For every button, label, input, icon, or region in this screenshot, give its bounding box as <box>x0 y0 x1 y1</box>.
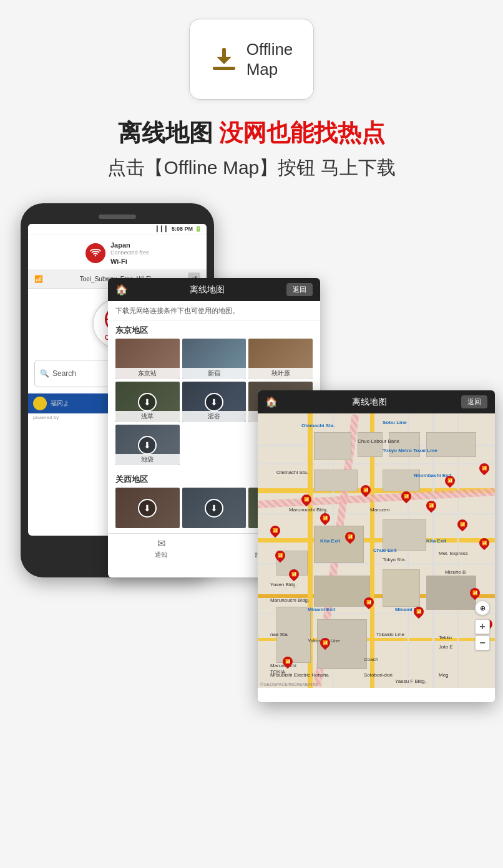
battery-icon: 🔋 <box>195 226 202 232</box>
nav-notify[interactable]: ✉ 通知 <box>108 534 214 563</box>
map-view[interactable]: Otemachi Sta. Sobu Line Chuo Labour Bank… <box>258 413 495 688</box>
map-thumb-ikebukuro[interactable]: ⬇ 池袋 <box>115 425 180 465</box>
headline: 离线地图 没网也能找热点 <box>118 117 386 149</box>
offline-screen2: 🏠 离线地图 返回 <box>258 390 495 702</box>
map-label-yusen: Yusen Bldg. <box>270 582 297 587</box>
back-button2[interactable]: 返回 <box>461 395 487 408</box>
map-label-nae-sta: nae Sta. <box>270 632 289 637</box>
map-thumb-kansai1[interactable]: ⬇ <box>115 488 180 528</box>
map-label-tokyo-sta: Tokyo Sta. <box>383 557 406 562</box>
offline-topbar1: 🏠 离线地图 返回 <box>108 278 320 301</box>
download-icon: ⬇ <box>205 393 223 412</box>
home-icon[interactable]: 🏠 <box>115 284 128 296</box>
map-label-meg: Meg <box>439 672 449 678</box>
map-label-sotobori: Sotobori-dori <box>364 672 393 678</box>
wifi-pin-16 <box>364 597 374 610</box>
map-label-joto: Joto E <box>439 644 453 650</box>
map-label-maruzen: Maruzen <box>370 507 389 513</box>
offline-description: 下载无网络连接条件下也可使用的地图。 <box>108 301 320 321</box>
download-icon: ⬇ <box>138 436 157 455</box>
place-label: 秋叶原 <box>248 368 313 379</box>
download-icon: ⬇ <box>205 499 223 518</box>
map-label-minami-exit: Minami Exit <box>308 607 335 612</box>
wifi-pin-17 <box>414 607 424 619</box>
map-copyright: ©GEOSPACE/INCREMENT P <box>260 682 319 687</box>
region1-label: 东京地区 <box>108 321 320 339</box>
search-button[interactable]: 🔍 Search <box>34 360 114 387</box>
wifi-pin-18 <box>320 638 330 650</box>
wifi-pin-8 <box>401 491 411 504</box>
map-label-marunouchi2: Marunouchi Bldg. <box>270 597 309 603</box>
offline-title2: 离线地图 <box>352 397 387 408</box>
zoom-in-button[interactable]: + <box>475 619 490 634</box>
wifi-pin-10 <box>445 476 455 488</box>
app-icon-text: Offline Map <box>247 39 293 80</box>
wifi-pin-12 <box>457 519 467 532</box>
download-icon: ⬇ <box>138 393 157 412</box>
banner-text: 福冈よ <box>51 399 69 408</box>
app-header-text: Japan Connected-free Wi-Fi <box>110 241 149 266</box>
map-thumb-tokyo-station[interactable]: 东京站 <box>115 339 180 379</box>
map-label-tokia: TOKIA <box>270 669 285 675</box>
signal-icon: ▎▎▎ <box>157 226 170 232</box>
download-icon <box>210 46 238 73</box>
map-label-otemachi: Otemachi Sta. <box>301 423 335 428</box>
place-label: 浅草 <box>115 411 180 422</box>
search-icon: 🔍 <box>40 369 49 378</box>
search-label: Search <box>52 369 76 378</box>
download-overlay: ⬇ <box>182 488 247 528</box>
map-thumb-shinjuku[interactable]: 新宿 <box>182 339 247 379</box>
wifi-logo <box>85 243 105 263</box>
map-label-chuo-exit: Chuo Exit <box>373 547 396 553</box>
place-label: 池袋 <box>115 454 180 465</box>
compass-button[interactable]: ⊕ <box>475 600 490 615</box>
place-label: 涩谷 <box>182 411 247 422</box>
map-label-coach: Coach <box>364 657 378 662</box>
banner-ball <box>33 397 47 410</box>
zoom-out-button[interactable]: − <box>475 635 490 650</box>
wifi-pin-4 <box>320 513 330 526</box>
map-label-kita-exit: Kita Exit <box>320 538 340 544</box>
back-button1[interactable]: 返回 <box>286 283 313 296</box>
wifi-pin-5 <box>345 532 355 544</box>
place-label: 新宿 <box>182 368 247 379</box>
svg-rect-0 <box>213 67 235 70</box>
download-icon: ⬇ <box>138 499 157 518</box>
phone-speaker <box>99 215 136 219</box>
time-display: 5:08 PM <box>172 226 193 232</box>
wifi-pin-6 <box>301 494 311 507</box>
status-bar: ▎▎▎ 5:08 PM 🔋 <box>28 224 207 234</box>
wifi-pin-9 <box>426 501 436 513</box>
map-label-marunouchi: Marunouchi Bldg. <box>289 507 328 513</box>
svg-marker-2 <box>217 57 232 64</box>
map-label-chuo-labour: Chuo Labour Bank <box>358 438 399 444</box>
map-label-mizuho: Mizuho B <box>445 569 466 575</box>
wifi-pin-7 <box>361 485 371 498</box>
map-thumb-shibuya[interactable]: ⬇ 涩谷 <box>182 382 247 422</box>
map-label-kita-exit2: Kita Exit <box>426 538 446 544</box>
map-label-sobu: Sobu Line <box>383 420 407 425</box>
map-thumb-akihabara[interactable]: 秋叶原 <box>248 339 313 379</box>
wifi-pin-1 <box>275 551 285 563</box>
notify-label: 通知 <box>155 551 167 559</box>
map-thumb-kansai2[interactable]: ⬇ <box>182 488 247 528</box>
phone-mockup-section: ▎▎▎ 5:08 PM 🔋 Japan Connect <box>21 203 482 752</box>
app-header: Japan Connected-free Wi-Fi <box>28 234 207 269</box>
download-overlay: ⬇ <box>115 488 180 528</box>
status-icons: ▎▎▎ 5:08 PM 🔋 <box>157 226 202 232</box>
map-zoom-controls: ⊕ + − <box>475 600 490 650</box>
subheadline: 点击【Offline Map】按钮 马上下载 <box>107 155 395 181</box>
wifi-pin-14 <box>470 588 480 600</box>
map-label-tokaido: Tokaido Line <box>376 632 404 637</box>
map-label-otemachi-sta: Otemachi Sta. <box>276 470 308 475</box>
offline-topbar2: 🏠 离线地图 返回 <box>258 390 495 413</box>
wifi-pin-2 <box>289 569 299 582</box>
home-icon2[interactable]: 🏠 <box>265 396 278 408</box>
notify-icon: ✉ <box>157 538 165 549</box>
map-label-yaesu: Yaesu F Bldg. <box>395 678 426 684</box>
offline-title1: 离线地图 <box>190 284 225 296</box>
map-label-tozai: Tokyo Metro Tozai Line <box>383 448 437 453</box>
wifi-pin-11 <box>479 463 489 476</box>
wifi-pin-3 <box>270 526 280 538</box>
map-thumb-asakusa[interactable]: ⬇ 浅草 <box>115 382 180 422</box>
